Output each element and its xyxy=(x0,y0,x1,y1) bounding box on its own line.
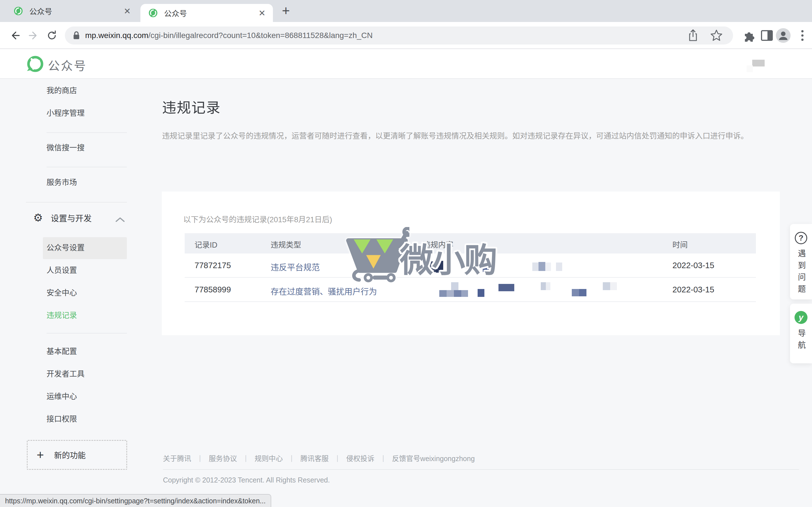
browser-tab-2-active[interactable]: 公众号 ✕ xyxy=(140,4,273,22)
wechat-mp-favicon xyxy=(13,6,23,16)
footer-divider xyxy=(163,469,799,470)
wechat-mp-favicon xyxy=(148,8,158,18)
page-title: 违规记录 xyxy=(162,96,221,117)
site-header: 公众号 xyxy=(0,49,812,79)
question-mark-icon: ? xyxy=(795,232,807,244)
sidebar-section-settings-dev[interactable]: ⚙ 设置与开发 xyxy=(33,212,92,224)
share-icon[interactable] xyxy=(688,29,699,42)
sidebar-item-service-market[interactable]: 服务市场 xyxy=(47,176,77,187)
time-cell: 2022-03-15 xyxy=(672,285,714,294)
violation-type-link[interactable]: 存在过度营销、骚扰用户行为 xyxy=(271,285,377,297)
redacted-account-name xyxy=(747,65,753,72)
col-record-id: 记录ID xyxy=(195,239,217,250)
sidebar-item-miniprogram[interactable]: 小程序管理 xyxy=(47,107,85,118)
extensions-puzzle-icon[interactable] xyxy=(741,27,757,43)
sidebar-item-my-store[interactable]: 我的商店 xyxy=(47,84,77,96)
sidebar-item-basic-config[interactable]: 基本配置 xyxy=(47,345,77,356)
back-button[interactable] xyxy=(7,27,22,43)
plus-icon: + xyxy=(37,448,44,462)
status-url-text: https://mp.weixin.qq.com/cgi-bin/setting… xyxy=(5,497,266,505)
tab-close-icon[interactable]: ✕ xyxy=(259,8,266,18)
footer-links: 关于腾讯 | 服务协议 | 规则中心 | 腾讯客服 | 侵权投诉 | 反馈官号w… xyxy=(163,453,475,463)
chevron-up-icon[interactable] xyxy=(115,217,125,223)
redacted-account-name xyxy=(752,60,765,66)
footer-link-infringement[interactable]: 侵权投诉 xyxy=(346,453,374,463)
sidebar-item-security-center[interactable]: 安全中心 xyxy=(47,287,77,298)
footer-link-tencent-support[interactable]: 腾讯客服 xyxy=(301,453,329,463)
help-floating-button[interactable]: ? 遇到问题 xyxy=(790,224,812,299)
nav-badge-icon: y xyxy=(795,311,808,324)
time-cell: 2022-03-15 xyxy=(672,261,714,270)
new-tab-button[interactable]: + xyxy=(282,5,290,16)
sidebar-divider xyxy=(47,167,127,167)
sidebar-divider xyxy=(47,333,127,334)
sidebar-item-account-settings[interactable]: 公众号设置 xyxy=(47,242,85,252)
record-id-cell: 77858999 xyxy=(195,285,231,294)
violation-type-link[interactable]: 违反平台规范 xyxy=(271,261,320,273)
profile-avatar[interactable] xyxy=(775,27,791,43)
footer-link-service-agreement[interactable]: 服务协议 xyxy=(209,453,237,463)
browser-menu-icon[interactable] xyxy=(795,27,810,43)
nav-label: 导航 xyxy=(795,329,807,353)
sidebar-item-violation-records-active[interactable]: 违规记录 xyxy=(47,309,77,320)
table-intro: 以下为公众号的违规记录(2015年8月21日后) xyxy=(183,214,332,224)
url-bar[interactable]: mp.weixin.qq.com/cgi-bin/illegalrecord?c… xyxy=(65,26,733,45)
help-label: 遇到问题 xyxy=(795,249,807,297)
sidebar-divider xyxy=(26,202,127,203)
tab-title: 公众号 xyxy=(164,8,259,18)
side-panel-icon[interactable] xyxy=(759,27,775,43)
col-violation-content: 违规内容 xyxy=(423,239,453,250)
footer-link-feedback-account[interactable]: 反馈官号weixingongzhong xyxy=(392,453,475,463)
sidebar-item-ops-center[interactable]: 运维中心 xyxy=(47,390,77,401)
sidebar-item-developer-tools[interactable]: 开发者工具 xyxy=(47,368,85,379)
col-violation-type: 违规类型 xyxy=(271,239,301,250)
tab-title: 公众号 xyxy=(29,6,124,17)
sidebar-item-api-permissions[interactable]: 接口权限 xyxy=(47,413,77,424)
url-text: mp.weixin.qq.com/cgi-bin/illegalrecord?c… xyxy=(85,31,373,40)
link-status-bar: https://mp.weixin.qq.com/cgi-bin/setting… xyxy=(0,494,271,507)
record-id-cell: 77872175 xyxy=(195,261,231,270)
browser-toolbar: mp.weixin.qq.com/cgi-bin/illegalrecord?c… xyxy=(0,22,812,49)
tab-close-icon[interactable]: ✕ xyxy=(124,6,131,16)
page-description: 违规记录里记录了公众号的违规情况，运营者可随时进行查看，以更清晰了解账号违规情况… xyxy=(162,129,760,143)
sidebar-item-staff-settings[interactable]: 人员设置 xyxy=(47,264,77,275)
gear-icon: ⚙ xyxy=(33,212,43,223)
footer-link-about-tencent[interactable]: 关于腾讯 xyxy=(163,453,191,463)
table-header-row: 记录ID 违规类型 违规内容 时间 xyxy=(185,233,756,253)
col-time: 时间 xyxy=(672,239,688,250)
table-row: 77858999 存在过度营销、骚扰用户行为 2022-03-15 xyxy=(185,278,756,302)
sidebar-item-wechat-search[interactable]: 微信搜一搜 xyxy=(47,142,85,153)
footer-link-rules-center[interactable]: 规则中心 xyxy=(255,453,283,463)
bookmark-star-icon[interactable] xyxy=(710,29,723,42)
new-feature-button[interactable]: + 新的功能 xyxy=(27,440,127,470)
navigation-floating-button[interactable]: y 导航 xyxy=(790,304,812,363)
sidebar-divider xyxy=(47,132,127,133)
copyright-text: Copyright © 2012-2023 Tencent. All Right… xyxy=(163,476,330,484)
lock-icon xyxy=(73,31,80,40)
wechat-mp-logo xyxy=(27,55,44,73)
reload-button[interactable] xyxy=(44,27,60,43)
brand-title: 公众号 xyxy=(48,56,87,73)
forward-button[interactable] xyxy=(26,27,42,43)
browser-tab-strip: 公众号 ✕ 公众号 ✕ + xyxy=(0,0,812,22)
browser-tab-1[interactable]: 公众号 ✕ xyxy=(6,0,138,22)
